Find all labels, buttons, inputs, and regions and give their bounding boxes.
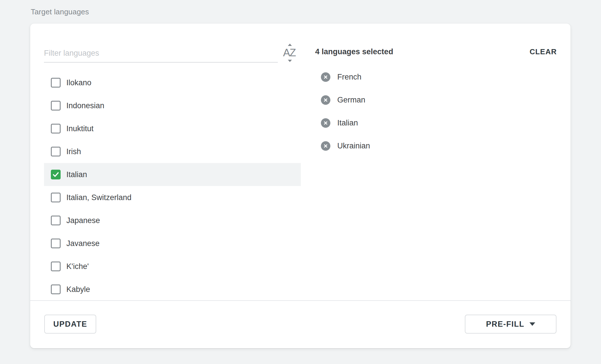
chevron-down-icon bbox=[529, 322, 535, 326]
checkbox-unchecked-icon[interactable] bbox=[51, 284, 61, 294]
remove-language-icon[interactable] bbox=[321, 118, 330, 128]
checkbox-unchecked-icon[interactable] bbox=[51, 193, 61, 202]
language-label: Kabyle bbox=[66, 285, 90, 294]
selected-language-label: Ukrainian bbox=[337, 142, 370, 150]
language-row-italian[interactable]: Italian bbox=[44, 163, 301, 186]
language-list: Ilokano Indonesian Inuktitut Irish Itali… bbox=[44, 71, 301, 301]
language-row-irish[interactable]: Irish bbox=[44, 140, 301, 163]
selected-language-list: French German Italian U bbox=[321, 65, 370, 157]
selected-count-label: 4 languages selected bbox=[315, 47, 393, 56]
language-label: Irish bbox=[66, 147, 81, 156]
language-label: Inuktitut bbox=[66, 124, 94, 133]
selected-language-label: Italian bbox=[337, 119, 358, 127]
language-label: Javanese bbox=[66, 239, 100, 248]
selected-item-german: German bbox=[321, 88, 370, 111]
remove-language-icon[interactable] bbox=[321, 141, 330, 151]
remove-language-icon[interactable] bbox=[321, 95, 330, 105]
sort-alphabetical-icon[interactable]: AZ bbox=[281, 44, 298, 63]
footer-divider bbox=[30, 300, 571, 301]
selected-item-french: French bbox=[321, 65, 370, 88]
language-row-kabyle[interactable]: Kabyle bbox=[44, 278, 301, 301]
checkbox-unchecked-icon[interactable] bbox=[51, 101, 61, 111]
language-picker-card: AZ Ilokano Indonesian Inuktitut Irish It… bbox=[30, 24, 571, 348]
remove-language-icon[interactable] bbox=[321, 72, 330, 82]
checkbox-unchecked-icon[interactable] bbox=[51, 216, 61, 225]
update-button[interactable]: UPDATE bbox=[44, 315, 96, 334]
checkbox-unchecked-icon[interactable] bbox=[51, 239, 61, 248]
language-row-indonesian[interactable]: Indonesian bbox=[44, 94, 301, 117]
language-label: Ilokano bbox=[66, 78, 91, 87]
checkbox-unchecked-icon[interactable] bbox=[51, 147, 61, 156]
language-row-ilokano[interactable]: Ilokano bbox=[44, 71, 301, 94]
selected-panel-header: 4 languages selected CLEAR bbox=[315, 42, 557, 61]
prefill-button[interactable]: PRE-FILL bbox=[465, 315, 556, 334]
language-row-italian-switzerland[interactable]: Italian, Switzerland bbox=[44, 186, 301, 209]
checkbox-unchecked-icon[interactable] bbox=[51, 262, 61, 271]
selected-item-ukrainian: Ukrainian bbox=[321, 134, 370, 157]
clear-button[interactable]: CLEAR bbox=[529, 47, 557, 56]
language-row-kiche[interactable]: K'iche' bbox=[44, 255, 301, 278]
language-row-japanese[interactable]: Japanese bbox=[44, 209, 301, 232]
checkbox-checked-icon[interactable] bbox=[51, 170, 61, 179]
selected-item-italian: Italian bbox=[321, 111, 370, 134]
language-label: Italian bbox=[66, 170, 87, 179]
language-row-inuktitut[interactable]: Inuktitut bbox=[44, 117, 301, 140]
update-button-label: UPDATE bbox=[53, 320, 87, 329]
sort-az-letters: AZ bbox=[281, 47, 298, 59]
language-label: Italian, Switzerland bbox=[66, 193, 132, 202]
language-label: Japanese bbox=[66, 216, 100, 225]
filter-languages-input[interactable] bbox=[44, 44, 278, 63]
language-label: Indonesian bbox=[66, 101, 104, 110]
sort-arrow-down-icon bbox=[288, 60, 292, 62]
selected-language-label: German bbox=[337, 96, 365, 104]
language-label: K'iche' bbox=[66, 262, 89, 271]
language-row-javanese[interactable]: Javanese bbox=[44, 232, 301, 255]
prefill-button-label: PRE-FILL bbox=[486, 320, 525, 329]
page-title: Target languages bbox=[31, 7, 89, 16]
sort-arrow-up-icon bbox=[288, 44, 292, 46]
selected-language-label: French bbox=[337, 73, 361, 82]
checkbox-unchecked-icon[interactable] bbox=[51, 124, 61, 133]
checkbox-unchecked-icon[interactable] bbox=[51, 78, 61, 88]
